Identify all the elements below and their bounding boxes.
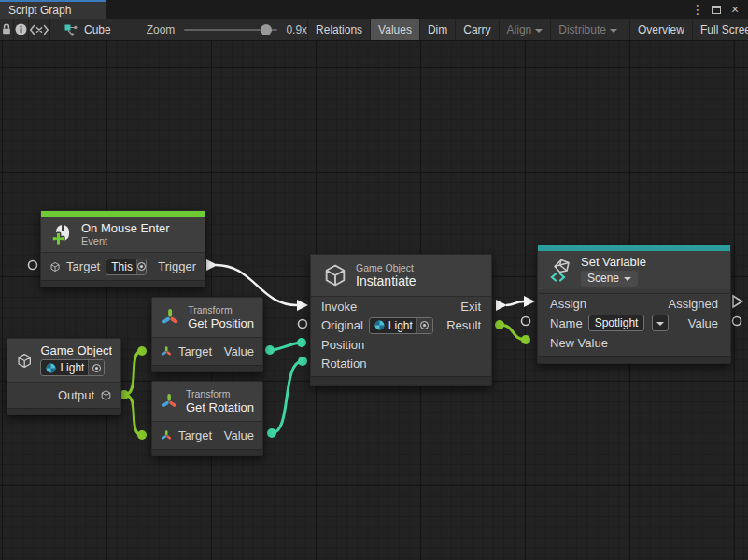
trigger-label: Trigger [158,259,196,273]
name-label: Name [550,316,583,330]
node-category: Game Object [356,262,416,274]
window-controls: ⋮ × [690,0,748,19]
values-toggle[interactable]: Values [370,19,419,40]
original-label: Original [321,318,363,332]
exit-label: Exit [460,300,481,314]
tab-title: Script Graph [8,4,71,17]
node-footer [538,356,730,363]
node-title: Instantiate [356,274,416,288]
original-value: Light [388,319,413,332]
node-category: Transform [188,304,254,316]
gameobject-icon [16,348,33,373]
graph-icon [64,22,78,37]
node-instantiate[interactable]: Game Object Instantiate Invoke Exit Orig… [310,254,492,386]
new-value-label: New Value [550,336,608,350]
variable-name-dropdown[interactable] [652,315,669,331]
prefab-icon [46,363,56,373]
inspect-button[interactable] [14,19,29,40]
node-footer [311,376,491,385]
target-object-field[interactable]: This [106,259,147,275]
node-on-mouse-enter[interactable]: On Mouse Enter Event Target This Trigger [40,210,205,287]
invoke-label: Invoke [321,300,357,314]
window-tab-bar: Script Graph ⋮ × [0,0,748,19]
object-picker-icon[interactable] [136,259,146,274]
value-label: Value [688,316,718,330]
align-dropdown[interactable]: Align [499,19,551,40]
node-subtitle: Event [81,235,170,247]
node-get-rotation[interactable]: Transform Get Rotation Target Value [151,381,263,456]
window-menu-icon[interactable]: ⋮ [690,2,705,17]
graph-toolbar: Cube Zoom 0.9x Relations Values Dim Carr… [0,19,748,41]
tab-script-graph[interactable]: Script Graph [0,0,106,19]
transform-icon [161,305,180,329]
info-icon [14,22,28,36]
zoom-control: Zoom 0.9x [147,19,307,40]
assigned-label: Assigned [669,297,718,311]
carry-toggle[interactable]: Carry [455,19,498,40]
node-set-variable[interactable]: Set Variable Scene Assign Assigned Name … [537,245,731,364]
maximize-icon[interactable] [709,2,724,17]
value-label: Value [224,428,254,442]
node-game-object-literal[interactable]: Game Object Light Output [7,338,121,415]
output-label: Output [58,388,94,402]
zoom-slider[interactable] [184,29,277,31]
transform-type-icon [161,345,173,357]
chevron-down-icon [624,277,631,281]
chevron-down-icon [610,29,617,33]
position-label: Position [321,338,364,352]
gameobject-type-icon [100,389,112,401]
relations-toggle[interactable]: Relations [307,19,370,40]
overview-button[interactable]: Overview [629,19,692,40]
mouse-event-icon [49,222,74,246]
original-object-field[interactable]: Light [369,317,433,334]
toolbar-toggles: Relations Values Dim Carry Align Distrib… [307,19,748,40]
node-title: Get Rotation [186,400,254,414]
result-label: Result [446,318,481,332]
unity-variable-icon [548,258,573,283]
target-label: Target [178,344,212,358]
gameobject-type-icon [49,260,61,273]
node-footer [7,408,120,414]
gameobject-icon [322,262,348,288]
node-title: On Mouse Enter [81,221,170,235]
rotation-label: Rotation [321,357,366,371]
chevron-down-icon [535,29,543,33]
target-label: Target [178,428,212,442]
node-footer [41,280,205,287]
node-footer [152,449,262,455]
target-label: Target [66,259,100,273]
distribute-dropdown[interactable]: Distribute [550,19,625,40]
node-title: Set Variable [581,255,646,269]
node-footer [152,365,262,371]
code-view-button[interactable] [29,19,50,40]
lock-button[interactable] [0,19,14,40]
zoom-value: 0.9x [286,23,307,36]
object-value: Light [60,361,84,374]
zoom-label: Zoom [147,23,176,36]
dim-toggle[interactable]: Dim [419,19,455,40]
graph-name: Cube [84,23,111,36]
prefab-icon [374,320,385,330]
code-view-icon [29,23,49,36]
fullscreen-button[interactable]: Full Screen [692,19,748,40]
lock-icon [0,22,13,36]
node-title: Game Object [40,343,112,357]
graph-breadcrumb[interactable]: Cube [64,19,111,40]
value-label: Value [224,344,254,358]
light-object-field[interactable]: Light [40,359,105,376]
node-category: Transform [186,388,254,400]
transform-icon [161,389,178,413]
variable-name-field[interactable]: Spotlight [588,315,645,331]
chevron-down-icon [656,322,664,326]
object-picker-icon[interactable] [416,318,432,333]
node-get-position[interactable]: Transform Get Position Target Value [151,297,263,372]
close-icon[interactable]: × [727,2,742,17]
object-picker-icon[interactable] [88,360,104,375]
variable-scope-dropdown[interactable]: Scene [581,271,638,287]
assign-label: Assign [550,297,586,311]
transform-type-icon [161,429,173,441]
zoom-slider-knob[interactable] [261,24,272,35]
node-title: Get Position [188,316,254,330]
